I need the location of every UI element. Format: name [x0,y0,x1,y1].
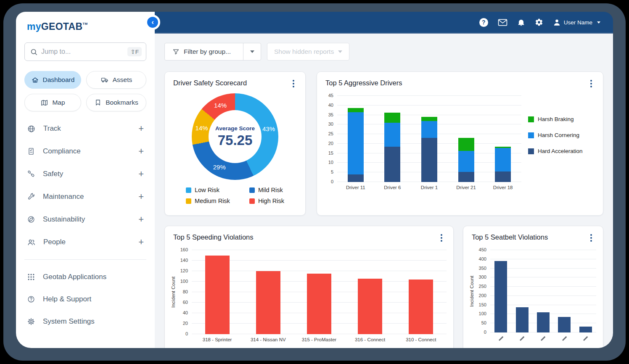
x-tick-label [511,335,532,339]
bar-segment[interactable] [458,172,474,182]
sidebar-item-dashboard[interactable]: Dashboard [24,71,81,89]
bar-segment[interactable] [495,148,511,171]
kebab-menu-icon[interactable] [588,233,595,243]
bar-segment[interactable] [384,113,400,123]
bar-segment[interactable] [384,123,400,147]
speeding-violations-bar-chart[interactable]: Incident Count020406080100120140160318 -… [165,244,453,342]
sidebar-item-bookmarks[interactable]: Bookmarks [86,94,146,111]
y-tick-label: 100 [180,279,188,284]
sidebar-item-sustainability[interactable]: Sustainability + [16,208,155,231]
x-tick-label [575,335,596,339]
legend-item: Low Risk [186,187,230,193]
bar[interactable] [494,261,507,332]
bell-icon[interactable] [517,18,525,27]
seatbelt-violations-bar-chart[interactable]: Incident Count05010015020025030035040045… [463,244,603,339]
legend-swatch [528,132,534,138]
gear-icon[interactable] [535,18,543,26]
search-input[interactable] [41,48,124,55]
caret-down-icon [597,21,600,24]
bars-layer [192,250,447,334]
mail-icon[interactable] [498,19,507,26]
leaf-icon [27,215,35,224]
sidebar-item-safety[interactable]: Safety + [16,163,155,185]
bar-segment[interactable] [384,147,400,182]
user-menu[interactable]: User Name [553,18,600,26]
sidebar-item-geotab-applications[interactable]: Geotab Applications [16,266,155,288]
sidebar-item-track[interactable]: Track + [16,117,155,140]
bar-segment[interactable] [458,151,474,172]
search-icon [30,48,38,56]
bar[interactable] [537,312,550,332]
legend-label: Mild Risk [258,187,283,193]
bar[interactable] [205,256,230,335]
jump-to-search-box[interactable]: ⇧F [24,42,146,61]
legend-label: Hard Acceleration [538,148,583,154]
aggressive-drivers-stacked-bar-chart[interactable]: 051015202530354045Driver 11Driver 6Drive… [317,90,528,190]
logo-my: my [27,21,41,32]
bar-segment[interactable] [421,117,437,121]
y-tick-label: 10 [328,160,333,165]
kebab-menu-icon[interactable] [290,79,297,88]
legend-label: Medium Risk [195,198,230,204]
show-hidden-reports-dropdown[interactable]: Show hidden reports [267,43,349,61]
bar-segment[interactable] [348,108,364,112]
y-tick-label: 350 [479,266,486,271]
bar[interactable] [409,280,433,334]
donut-center: Average Score75.25 [209,110,262,163]
legend-swatch [249,187,255,193]
expand-plus-icon[interactable]: + [138,237,144,248]
bar[interactable] [421,117,437,182]
expand-plus-icon[interactable]: + [138,169,144,179]
bar[interactable] [348,108,364,182]
bar[interactable] [495,147,511,182]
legend-swatch [249,198,255,204]
sidebar-item-assets[interactable]: Assets [86,71,146,89]
bar[interactable] [579,327,592,332]
sidebar-item-help-support[interactable]: Help & Support [16,288,155,310]
bar-segment[interactable] [348,112,364,174]
legend-swatch [528,148,534,154]
bar-segment[interactable] [421,121,437,138]
help-icon[interactable]: ? [479,18,488,27]
bar[interactable] [458,138,474,182]
plot-area-wrap: 318 - Sprinter314 - Nissan NV315 - ProMa… [192,250,447,342]
kebab-menu-icon[interactable] [438,233,445,243]
sidebar-item-compliance[interactable]: Compliance + [16,140,155,163]
truncated-x-tick [583,336,588,341]
people-icon [27,238,36,247]
y-tick-label: 200 [479,293,486,298]
dashboard-content: Filter by group... Show hidden reports D… [155,34,613,348]
filter-caret-button[interactable] [243,43,261,60]
y-tick-label: 400 [479,256,486,261]
sidebar-item-system-settings[interactable]: System Settings [16,310,155,332]
bar-segment[interactable] [495,171,511,182]
sidebar-item-people[interactable]: People + [16,231,155,253]
x-tick-label [533,335,554,339]
bar[interactable] [558,317,571,332]
expand-plus-icon[interactable]: + [138,123,144,134]
filter-by-group-dropdown[interactable]: Filter by group... [164,43,261,61]
quick-links: Dashboard Assets Map [16,71,155,111]
bar[interactable] [256,271,280,334]
bar-segment[interactable] [421,138,437,182]
x-tick-label: 314 - Nissan NV [243,337,293,342]
bar[interactable] [358,279,382,335]
sidebar-divider [24,259,146,260]
driver-safety-donut-chart[interactable]: 43%29%14%14%Average Score75.25 [192,93,278,180]
bar-segment[interactable] [458,138,474,151]
expand-plus-icon[interactable]: + [138,146,144,157]
legend-swatch [186,198,191,204]
bar[interactable] [384,113,400,182]
kebab-menu-icon[interactable] [588,79,595,88]
bar[interactable] [516,307,529,332]
card-title: Top 5 Aggressive Drivers [325,79,402,87]
expand-plus-icon[interactable]: + [138,191,144,202]
sidebar-item-map[interactable]: Map [24,94,81,111]
sidebar-item-maintenance[interactable]: Maintenance + [16,185,155,208]
bar[interactable] [307,274,331,334]
expand-plus-icon[interactable]: + [138,214,144,225]
y-tick-label: 0 [331,179,333,184]
bar-segment[interactable] [348,174,364,182]
bar-slot [293,250,344,334]
sidebar-collapse-button[interactable]: ‹ [145,15,160,30]
